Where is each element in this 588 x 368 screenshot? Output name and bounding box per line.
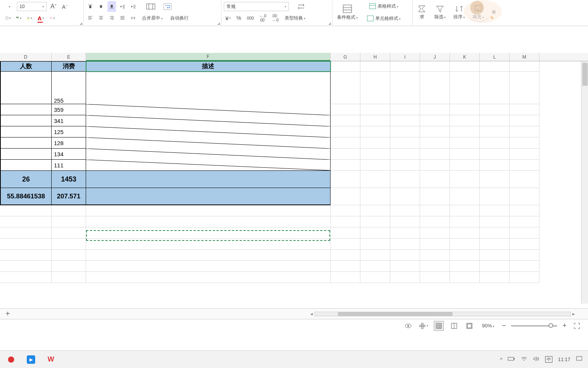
cell-blank[interactable] xyxy=(420,61,450,72)
cell-E[interactable]: 341 xyxy=(52,115,86,126)
cell-E[interactable]: 111 xyxy=(52,160,86,171)
thousands-icon[interactable]: 000 xyxy=(245,13,255,23)
cell-E-tall[interactable]: 255 xyxy=(52,72,86,104)
cell-blank[interactable] xyxy=(360,61,390,72)
col-G[interactable]: G xyxy=(331,53,360,61)
number-format-select[interactable]: 常规▾ xyxy=(224,2,289,11)
cell-ops-button[interactable]: 单 xyxy=(489,1,498,24)
zoom-in-button[interactable]: + xyxy=(562,322,567,330)
fill-color-icon[interactable] xyxy=(25,13,34,23)
increase-indent-icon[interactable] xyxy=(129,1,137,12)
zoom-slider[interactable] xyxy=(511,325,557,327)
zoom-out-button[interactable]: − xyxy=(502,322,506,330)
distribute-icon[interactable] xyxy=(129,13,137,23)
fullscreen-icon[interactable] xyxy=(572,321,582,331)
total-F[interactable] xyxy=(86,171,331,188)
font-size-select[interactable]: 10▾ xyxy=(17,2,47,11)
column-headers[interactable]: D E F G H I J K L M xyxy=(0,53,588,61)
record-indicator-icon[interactable] xyxy=(5,354,17,365)
zoom-level[interactable]: 90% xyxy=(482,323,494,329)
cell-F-diag[interactable] xyxy=(86,104,331,115)
add-sheet-button[interactable]: + xyxy=(0,309,15,318)
col-D[interactable]: D xyxy=(0,53,52,61)
align-left-icon[interactable] xyxy=(86,13,94,23)
wps-app-icon[interactable]: W xyxy=(45,354,57,365)
clock[interactable]: 11:17 xyxy=(558,357,570,362)
type-convert-label[interactable]: 类型转换 xyxy=(285,15,305,21)
volume-icon[interactable] xyxy=(533,356,540,363)
cell-blank[interactable] xyxy=(450,61,480,72)
wifi-icon[interactable] xyxy=(521,356,528,363)
app-icon-blue[interactable]: ▶ xyxy=(25,354,37,365)
total-D[interactable]: 26 xyxy=(0,171,52,188)
eye-mode-icon[interactable] xyxy=(403,321,413,331)
notifications-icon[interactable] xyxy=(576,356,583,363)
cell-E[interactable]: 128 xyxy=(52,137,86,149)
increase-decimal-icon[interactable]: ←.0.00 xyxy=(258,13,268,23)
spreadsheet-grid[interactable]: D E F G H I J K L M 人数 消费 描述 255 xyxy=(0,53,588,304)
currency-icon[interactable]: ¥ xyxy=(224,13,232,23)
merge-center-label[interactable]: 合并居中 xyxy=(142,15,163,21)
align-top-icon[interactable] xyxy=(86,1,94,12)
align-middle-icon[interactable] xyxy=(97,1,105,12)
col-F[interactable]: F xyxy=(86,53,331,61)
cell-blank[interactable] xyxy=(390,61,420,72)
col-J[interactable]: J xyxy=(420,53,450,61)
cell-blank[interactable] xyxy=(331,61,360,72)
filter-button[interactable]: 筛选 xyxy=(432,1,448,24)
cell-blank[interactable] xyxy=(480,61,510,72)
avg-D[interactable]: 55.88461538 xyxy=(0,188,52,205)
cell-grid[interactable]: 人数 消费 描述 255 359 341 125 128 134 111 26 xyxy=(0,61,588,283)
battery-icon[interactable] xyxy=(508,356,515,363)
col-K[interactable]: K xyxy=(450,53,480,61)
format-painter-icon[interactable] xyxy=(15,13,23,23)
sort-button[interactable]: 排序 xyxy=(451,1,467,24)
clear-format-icon[interactable] xyxy=(48,13,56,23)
formula-bar-area xyxy=(0,26,588,53)
total-E[interactable]: 1453 xyxy=(52,171,86,188)
tray-chevron-icon[interactable]: ^ xyxy=(500,357,502,362)
decrease-decimal-icon[interactable]: .00→.0 xyxy=(270,13,280,23)
ime-icon[interactable]: 中 xyxy=(545,356,552,363)
cell-D-tall[interactable] xyxy=(0,72,52,104)
cell-F-tall[interactable] xyxy=(86,72,331,104)
header-F[interactable]: 描述 xyxy=(86,61,331,72)
align-bottom-icon[interactable] xyxy=(108,1,116,12)
border-icon[interactable] xyxy=(4,13,12,23)
fill-button[interactable]: 填充 xyxy=(470,1,486,24)
cell-style-button[interactable]: 单元格样式 xyxy=(365,13,402,24)
cell-E[interactable]: 359 xyxy=(52,104,86,115)
sum-button[interactable]: 求 xyxy=(415,1,429,24)
header-D[interactable]: 人数 xyxy=(0,61,52,72)
col-H[interactable]: H xyxy=(360,53,390,61)
cell-E[interactable]: 134 xyxy=(52,149,86,160)
header-E[interactable]: 消费 xyxy=(52,61,86,72)
normal-view-icon[interactable] xyxy=(434,321,444,331)
increase-font-icon[interactable]: A+ xyxy=(49,1,58,12)
col-M[interactable]: M xyxy=(510,53,539,61)
font-name-dropdown[interactable] xyxy=(4,1,15,12)
cell-E[interactable]: 125 xyxy=(52,126,86,137)
percent-icon[interactable]: % xyxy=(235,13,243,23)
table-style-button[interactable]: 表格样式 xyxy=(365,1,402,11)
horizontal-scrollbar[interactable]: ◂ ▸ xyxy=(309,311,577,317)
type-convert-icon[interactable] xyxy=(296,3,306,10)
decrease-font-icon[interactable]: A− xyxy=(60,1,69,12)
page-layout-view-icon[interactable] xyxy=(449,321,459,331)
decrease-indent-icon[interactable] xyxy=(118,1,127,12)
cell-blank[interactable] xyxy=(510,61,539,72)
col-E[interactable]: E xyxy=(52,53,86,61)
font-color-icon[interactable]: A xyxy=(36,13,46,23)
reading-layout-icon[interactable] xyxy=(419,321,428,331)
page-break-view-icon[interactable] xyxy=(464,321,474,331)
col-I[interactable]: I xyxy=(390,53,420,61)
conditional-format-button[interactable]: 条件格式 xyxy=(335,1,360,24)
align-justify-icon[interactable] xyxy=(118,13,127,23)
avg-E[interactable]: 207.571 xyxy=(52,188,86,205)
col-L[interactable]: L xyxy=(480,53,510,61)
avg-F[interactable] xyxy=(86,188,331,205)
vertical-scrollbar[interactable] xyxy=(581,61,588,304)
align-center-icon[interactable] xyxy=(97,13,105,23)
wrap-text-label[interactable]: 自动换行 xyxy=(170,15,189,21)
align-right-icon[interactable] xyxy=(108,13,116,23)
